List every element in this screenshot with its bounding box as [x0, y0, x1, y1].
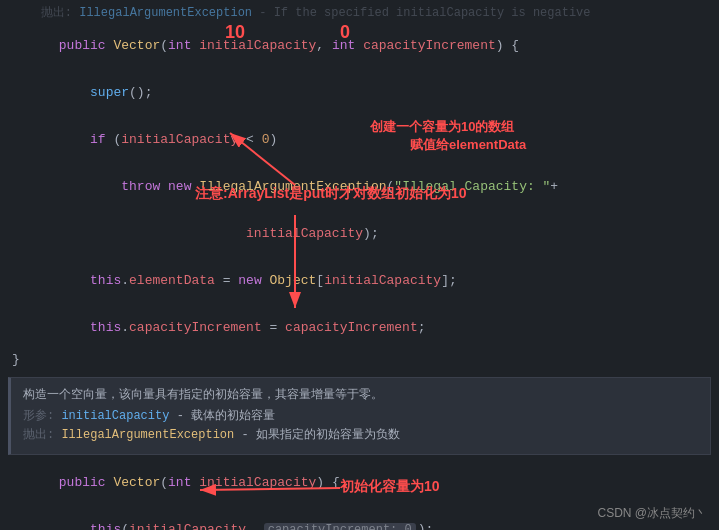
tooltip1-param-code: initialCapacity [61, 409, 169, 423]
code-line-7: this.capacityIncrement = capacityIncreme… [0, 304, 719, 351]
keyword-public: public [59, 38, 114, 53]
code-line-9: public Vector(int initialCapacity) { [0, 459, 719, 506]
watermark: CSDN @冰点契约丶 [597, 505, 707, 522]
tooltip1-line1: 构造一个空向量，该向量具有指定的初始容量，其容量增量等于零。 [23, 386, 698, 405]
code-line-5: initialCapacity); [0, 210, 719, 257]
hint-capacityincrement: capacityIncrement: 0 [264, 523, 416, 530]
tooltip1-line2: 形参: initialCapacity - 载体的初始容量 [23, 407, 698, 426]
tooltip1-line3: 抛出: IllegalArgumentException - 如果指定的初始容量… [23, 426, 698, 445]
code-line-1: public Vector(int initialCapacity, int c… [0, 22, 719, 69]
code-container: 抛出: IllegalArgumentException - If the sp… [0, 0, 719, 530]
keyword-throw: throw [121, 179, 160, 194]
code-line-6: this.elementData = new Object[initialCap… [0, 257, 719, 304]
top-comment-line: 抛出: IllegalArgumentException - If the sp… [8, 4, 719, 21]
tooltip1-throw-prefix: 抛出: [23, 428, 61, 442]
code-line-4: throw new IllegalArgumentException("Ille… [0, 163, 719, 210]
code-line-8: } [0, 351, 719, 373]
type-vector: Vector [113, 38, 160, 53]
code-line-3: if (initialCapacity < 0) [0, 116, 719, 163]
code-line-2: super(); [0, 69, 719, 116]
tooltip-box-1: 构造一个空向量，该向量具有指定的初始容量，其容量增量等于零。 形参: initi… [8, 377, 711, 455]
tooltip1-param-prefix: 形参: [23, 409, 61, 423]
tooltip1-param-suffix: - 载体的初始容量 [169, 409, 275, 423]
tooltip1-throw-code: IllegalArgumentException [61, 428, 234, 442]
tooltip1-throw-suffix: - 如果指定的初始容量为负数 [234, 428, 400, 442]
